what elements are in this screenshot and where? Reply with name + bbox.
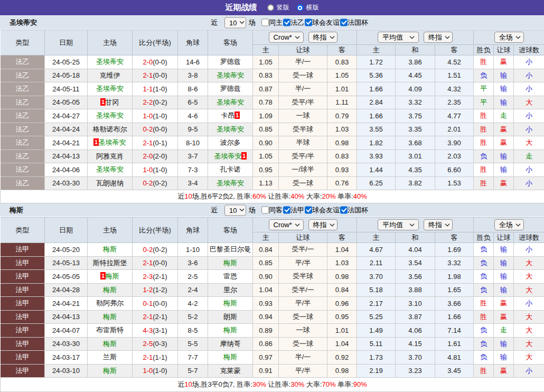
avg-draw-odds-cell: 4.06 — [396, 324, 435, 338]
checkbox-checked-icon[interactable] — [340, 19, 348, 26]
fulltime-score: 1-0 — [143, 367, 153, 375]
friendly-checkbox[interactable]: 球会友谊 — [305, 18, 340, 27]
checkbox-checked-icon[interactable] — [305, 19, 312, 26]
results-table: 类型日期主场比分(半场)角球客场Crow*终指平均值终指全场主让球客主和客胜负让… — [0, 30, 544, 203]
avg-home-odds-cell: 3.93 — [357, 150, 396, 163]
cup-checkbox[interactable]: 法国杯 — [340, 206, 368, 215]
avg-draw-odds-cell: 3.10 — [396, 297, 435, 311]
summary-segment: 单率: — [335, 192, 353, 200]
league-cell: 法乙 — [1, 55, 45, 69]
halftime-score: (3-1) — [153, 326, 167, 334]
odds-time-select[interactable]: 终指 — [308, 219, 337, 230]
radio-checked-icon[interactable] — [297, 4, 304, 11]
crow-away-odds-cell: 1.01 — [327, 324, 357, 338]
home-team-cell: 1梅斯 — [88, 270, 133, 284]
crow-home-odds-cell: 1.05 — [253, 55, 279, 69]
corner-cell: 1-10 — [178, 243, 208, 257]
crow-away-odds-cell: 1.11 — [327, 96, 357, 109]
table-row: 法乙24-03-30瓦朗谢纳0-2(0-2)3-4圣埃蒂安1.13受一球0.76… — [1, 176, 544, 190]
table-row: 法乙24-04-27圣埃蒂安1-0(1-0)4-6卡昂11.09一球0.791.… — [1, 109, 544, 123]
league-checkbox[interactable]: 法乙 — [283, 18, 304, 27]
crow-away-odds-cell: 1.03 — [327, 123, 357, 136]
layout-radio-vertical[interactable]: 竖版 — [267, 3, 289, 12]
goals-result-cell: 大 — [514, 96, 544, 109]
red-card-badge: 1 — [241, 152, 246, 160]
odds-time-select[interactable]: 终指 — [308, 32, 337, 43]
handicap-cell: 半/一 — [279, 351, 327, 365]
checkbox-checked-icon[interactable] — [283, 207, 290, 214]
home-team-cell: 阿雅克肖 — [88, 150, 133, 163]
filter-row: 近10场同主法乙球会友谊法国杯 — [211, 17, 368, 28]
avg-draw-odds-cell: 3.88 — [396, 283, 435, 297]
halftime-score: (2-1) — [153, 313, 167, 321]
handicap-cell: 半/一 — [279, 82, 327, 96]
sub-col-header: 进球数 — [514, 232, 544, 243]
home-team-cell: 格勒诺布尔 — [88, 123, 133, 136]
table-row: 法甲24-03-17兰斯2-1(1-1)7-7梅斯0.97半/一0.921.73… — [1, 351, 544, 365]
halftime-score: (1-0) — [153, 85, 167, 93]
handicap-cell: 受半/一 — [279, 283, 327, 297]
page-title: 近期战绩 — [226, 3, 257, 13]
avg-company-select[interactable]: 平均值 — [378, 32, 419, 43]
radio-unchecked-icon[interactable] — [267, 4, 274, 11]
table-row: 法乙24-05-051甘冈2-2(0-2)6-5圣埃蒂安0.78受平/半1.11… — [1, 96, 544, 109]
filter-near-label: 近 — [211, 18, 218, 27]
date-cell: 24-05-25 — [45, 55, 88, 69]
sub-col-header: 客 — [327, 45, 357, 55]
handicap-cell: 受半/一 — [279, 243, 327, 257]
match-count-select[interactable]: 10 — [224, 204, 246, 216]
sub-col-header: 让球 — [494, 45, 514, 55]
layout-radio-horizontal[interactable]: 横版 — [297, 3, 319, 12]
league-cell: 法乙 — [1, 136, 45, 150]
fulltime-score: 2-0 — [143, 58, 153, 66]
scope-select[interactable]: 全场 — [494, 32, 524, 43]
handicap-cell: 受平/半 — [279, 96, 327, 109]
friendly-checkbox[interactable]: 球会友谊 — [305, 206, 340, 215]
crow-away-odds-cell: 1.04 — [327, 243, 357, 257]
checkbox-unchecked-icon[interactable] — [261, 207, 269, 214]
same-venue-checkbox[interactable]: 同客 — [261, 206, 283, 215]
halftime-score: (1-2) — [153, 286, 167, 294]
match-count-select[interactable]: 10 — [224, 17, 246, 28]
odds-company-select[interactable]: Crow* — [269, 32, 304, 43]
same-venue-checkbox[interactable]: 同主 — [261, 18, 283, 27]
team-name: 梅斯 — [103, 340, 117, 348]
league-checkbox[interactable]: 法甲 — [283, 206, 304, 215]
fulltime-score: 2-1 — [143, 313, 153, 321]
checkbox-checked-icon[interactable] — [283, 19, 290, 26]
halftime-score: (1-0) — [153, 166, 167, 174]
sub-col-header: 进球数 — [514, 45, 544, 55]
team-name: 圣埃蒂安 — [96, 165, 124, 173]
avg-time-select[interactable]: 终指 — [424, 219, 453, 230]
halftime-score: (0-0) — [153, 71, 167, 79]
scope-select[interactable]: 全场 — [494, 219, 524, 230]
away-team-cell: 圣埃蒂安 — [208, 96, 253, 109]
handicap-result-cell: 输 — [494, 69, 514, 82]
league-cell: 法甲 — [1, 351, 45, 365]
odds-company-select[interactable]: Crow* — [269, 219, 304, 230]
table-row: 法甲24-04-28梅斯1-2(1-2)2-4里尔1.04受半/一0.845.1… — [1, 283, 544, 297]
league-cell: 法甲 — [1, 364, 45, 378]
avg-company-select-value: 平均值 — [382, 33, 403, 42]
chevron-down-icon — [515, 223, 521, 227]
checkbox-checked-icon[interactable] — [340, 207, 348, 214]
crow-home-odds-cell: 0.83 — [253, 69, 279, 82]
team-name: 阿雅克肖 — [96, 152, 124, 160]
sub-col-header: 让球 — [279, 232, 327, 243]
away-team-cell: 梅斯 — [208, 256, 253, 270]
summary-segment: 30% — [290, 380, 304, 388]
checkbox-unchecked-icon[interactable] — [261, 19, 269, 26]
team-name: 卡昂 — [221, 111, 235, 119]
avg-company-select[interactable]: 平均值 — [378, 219, 419, 230]
avg-home-odds-cell: 3.70 — [357, 270, 396, 284]
result-cell: 胜 — [474, 310, 494, 324]
sub-col-header: 客 — [435, 232, 474, 243]
sub-col-header: 胜负 — [474, 232, 494, 243]
cup-checkbox[interactable]: 法国杯 — [340, 18, 368, 27]
odds-source-header: Crow*终指 — [253, 30, 357, 45]
fulltime-score: 2-0 — [143, 152, 153, 160]
checkbox-checked-icon[interactable] — [305, 207, 312, 214]
league-cell: 法乙 — [1, 69, 45, 82]
crow-away-odds-cell: 0.83 — [327, 55, 357, 69]
avg-time-select[interactable]: 终指 — [424, 32, 453, 43]
